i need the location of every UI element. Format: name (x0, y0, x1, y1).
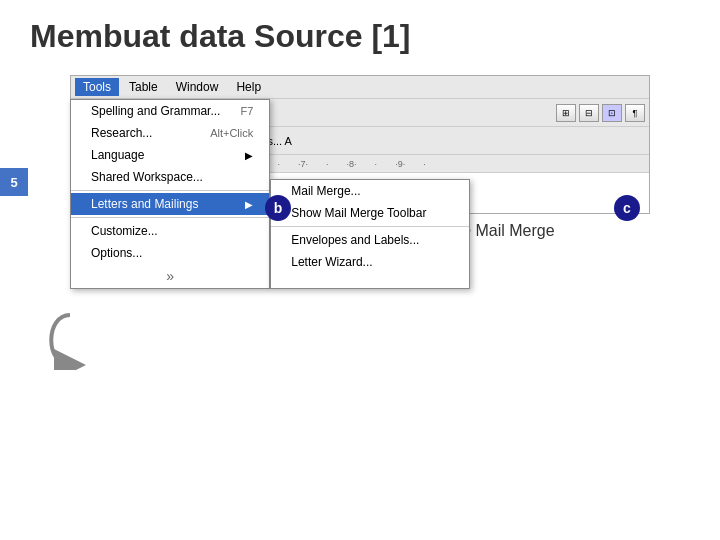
dropdown-item-options[interactable]: Options... (71, 242, 269, 264)
dropdown-item-language[interactable]: Language ▶ (71, 144, 269, 166)
menu-table[interactable]: Table (121, 78, 166, 96)
more-icon: » (71, 264, 269, 288)
spelling-label: Spelling and Grammar... (91, 104, 220, 118)
dropdown-item-workspace[interactable]: Shared Workspace... (71, 166, 269, 188)
label-b: b (265, 195, 291, 221)
separator-2 (71, 217, 269, 218)
table-icon-2[interactable]: ⊟ (579, 104, 599, 122)
label-c: c (614, 195, 640, 221)
table-icon-4[interactable]: ¶ (625, 104, 645, 122)
sub-item-wizard[interactable]: Letter Wizard... (271, 251, 469, 273)
dropdown-item-mailings[interactable]: Letters and Mailings ▶ (71, 193, 269, 215)
research-shortcut: Alt+Click (210, 127, 253, 139)
mailings-arrow: ▶ (245, 199, 253, 210)
curved-arrow-icon (40, 310, 100, 370)
separator-1 (71, 190, 269, 191)
dropdown-item-customize[interactable]: Customize... (71, 220, 269, 242)
tools-dropdown: Spelling and Grammar... F7 Research... A… (70, 99, 270, 289)
table-icon-1[interactable]: ⊞ (556, 104, 576, 122)
language-arrow: ▶ (245, 150, 253, 161)
menu-help[interactable]: Help (228, 78, 269, 96)
customize-label: Customize... (91, 224, 158, 238)
research-label: Research... (91, 126, 152, 140)
slide-number: 5 (0, 168, 28, 196)
envelopes-label: Envelopes and Labels... (291, 233, 419, 247)
options-label: Options... (91, 246, 142, 260)
page-title: Membuat data Source [1] (0, 0, 720, 65)
table-icon-3[interactable]: ⊡ (602, 104, 622, 122)
workspace-label: Shared Workspace... (91, 170, 203, 184)
dropdown-item-research[interactable]: Research... Alt+Click (71, 122, 269, 144)
mailmerge-label: Mail Merge... (291, 184, 360, 198)
sub-item-mailmerge[interactable]: Mail Merge... (271, 180, 469, 202)
mailings-label: Letters and Mailings (91, 197, 198, 211)
language-label: Language (91, 148, 144, 162)
menu-tools[interactable]: Tools (75, 78, 119, 96)
menu-window[interactable]: Window (168, 78, 227, 96)
wizard-label: Letter Wizard... (291, 255, 372, 269)
dropdown-overlay: Spelling and Grammar... F7 Research... A… (70, 99, 470, 289)
show-toolbar-label: Show Mail Merge Toolbar (291, 206, 426, 220)
screenshot-container: Tools Table Window Help ABC 📄 🔍 ma ⊞ ⊟ ⊡… (70, 75, 650, 214)
spelling-shortcut: F7 (240, 105, 253, 117)
dropdown-item-spelling[interactable]: Spelling and Grammar... F7 (71, 100, 269, 122)
sub-separator-1 (271, 226, 469, 227)
sub-item-envelopes[interactable]: Envelopes and Labels... (271, 229, 469, 251)
sub-dropdown-mailings: Mail Merge... Show Mail Merge Toolbar En… (270, 179, 470, 289)
menu-bar: Tools Table Window Help (71, 76, 649, 99)
sub-item-show-toolbar[interactable]: Show Mail Merge Toolbar (271, 202, 469, 224)
